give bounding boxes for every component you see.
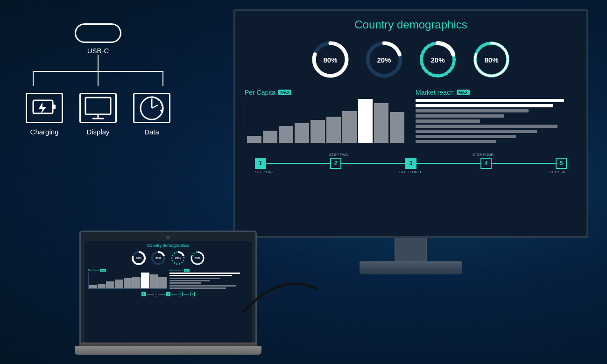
donut-3: 20% (418, 40, 458, 79)
mini-donut-3: 20% (170, 250, 186, 266)
charging-icon (32, 97, 56, 120)
per-capita-chart: Per Capita MAX (245, 89, 406, 143)
per-capita-title: Per Capita MAX (245, 89, 406, 96)
usbc-connector-icon (75, 23, 121, 43)
data-icon-box (133, 93, 170, 123)
branch-left (33, 72, 34, 86)
screen-content: Country demographics 80% (235, 11, 586, 236)
laptop-market-reach: Market reach MAX (169, 269, 248, 289)
laptop-screen-content: Country demographics 80% 20% (85, 241, 252, 343)
usbc-label: USB-C (87, 47, 109, 55)
svg-line-8 (152, 105, 158, 108)
mini-step-2: 2 (154, 292, 158, 296)
charging-feature: Charging (26, 93, 63, 136)
branch-right (162, 72, 163, 86)
connector-1-2 (266, 163, 330, 164)
per-capita-max: MAX (278, 90, 291, 95)
data-icon (138, 95, 165, 122)
monitor-bottom-bar: PHILIPS (235, 236, 588, 238)
mini-step-1: 1 (141, 292, 146, 296)
donut-1: 80% (311, 40, 350, 79)
laptop-base (75, 346, 261, 355)
monitor: Country demographics 80% (233, 9, 598, 274)
svg-rect-1 (53, 105, 56, 109)
laptop-screen-area: Country demographics 80% 20% (79, 231, 257, 343)
charging-label: Charging (30, 128, 59, 136)
donut-1-label: 80% (323, 56, 337, 63)
data-feature: Data (133, 93, 170, 136)
data-label: Data (144, 128, 159, 136)
laptop: Country demographics 80% 20% (79, 231, 257, 355)
connector-4-5 (492, 163, 556, 164)
market-reach-max: MAX (457, 90, 470, 95)
charging-icon-box (26, 93, 63, 123)
display-icon-box (79, 93, 117, 123)
mini-conn-3 (171, 294, 177, 294)
step-5: 5 (556, 158, 567, 169)
market-reach-chart: Market reach MAX (416, 89, 577, 143)
usb-cable (243, 261, 318, 317)
usbc-features-row: Charging Display (26, 93, 170, 136)
connector-2-3 (341, 163, 405, 164)
donut-charts-row: 80% 20% 20% (245, 40, 577, 79)
step-3: 3 (405, 158, 416, 169)
monitor-base (360, 261, 462, 274)
donut-3-label: 20% (431, 56, 445, 63)
step-4: 4 (480, 158, 492, 169)
laptop-hbar-chart (169, 273, 248, 289)
steps-section: STEP TWO STEP FOUR 1 2 3 4 5 (245, 153, 577, 174)
laptop-per-capita: Per Capita MAX (88, 269, 167, 289)
branch-mid (98, 72, 99, 86)
laptop-screen-title: Country demographics (88, 243, 248, 248)
mini-step-3: 3 (166, 292, 170, 296)
display-icon (84, 96, 112, 120)
market-reach-title: Market reach MAX (416, 89, 577, 96)
svg-marker-2 (39, 102, 46, 114)
laptop-webcam (166, 236, 170, 239)
mini-donut-4: 80% (190, 250, 205, 266)
laptop-bar-chart (88, 273, 167, 289)
mini-step-4: 4 (178, 292, 183, 296)
market-reach-bars (416, 99, 577, 143)
step-1: 1 (255, 158, 266, 169)
mini-step-5: 5 (190, 292, 195, 296)
laptop-hinge (79, 343, 257, 346)
donut-2-label: 20% (377, 56, 391, 63)
mini-donut-1: 80% (131, 250, 147, 266)
per-capita-bars (245, 99, 406, 143)
laptop-steps: 1 2 3 4 5 (88, 292, 248, 296)
branches (33, 72, 163, 86)
donut-2: 20% (364, 40, 404, 79)
mini-conn-1 (147, 294, 153, 294)
svg-rect-3 (85, 98, 111, 114)
charts-row: Per Capita MAX (245, 89, 577, 143)
donut-4: 80% (472, 40, 511, 79)
mini-donut-2: 20% (150, 250, 166, 266)
mini-conn-2 (159, 294, 165, 294)
monitor-neck (395, 238, 427, 261)
vertical-line (98, 55, 99, 71)
step-2: 2 (330, 158, 341, 169)
screen-title: Country demographics (245, 18, 577, 31)
mini-conn-4 (184, 294, 189, 294)
laptop-donuts: 80% 20% 20% (88, 250, 248, 266)
display-label: Display (86, 128, 109, 136)
display-feature: Display (79, 93, 117, 136)
diagram-lines (33, 55, 163, 86)
monitor-screen: Country demographics 80% (233, 9, 588, 238)
laptop-charts: Per Capita MAX Market reach MAX (88, 269, 248, 289)
donut-4-label: 80% (484, 56, 498, 63)
connector-3-4 (416, 163, 480, 164)
